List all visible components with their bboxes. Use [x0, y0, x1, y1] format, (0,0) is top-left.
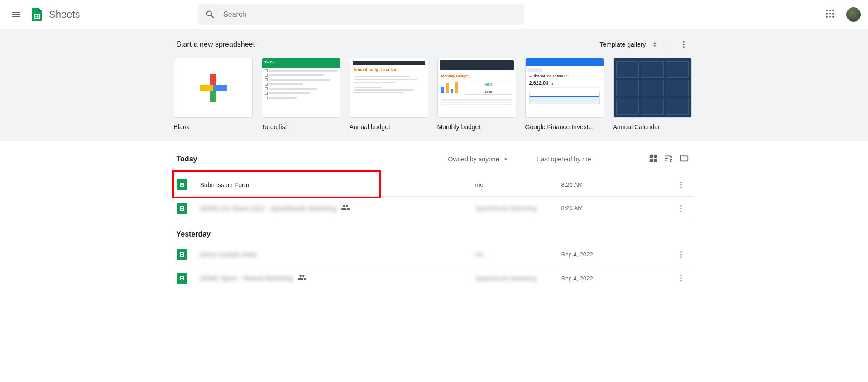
svg-point-1	[829, 10, 831, 11]
owned-filter[interactable]: Owned by anyone	[448, 155, 510, 163]
sheets-file-icon	[177, 249, 187, 260]
app-header: Sheets	[0, 0, 868, 29]
svg-point-19	[680, 205, 681, 206]
template-label: Annual budget	[350, 123, 428, 131]
svg-point-24	[680, 254, 681, 255]
template-label: Google Finance Invest...	[525, 123, 604, 131]
open-picker-button[interactable]	[676, 150, 692, 168]
sheets-icon	[29, 6, 45, 23]
sort-az-icon: AZ	[664, 153, 674, 163]
svg-point-11	[683, 46, 684, 48]
folder-icon	[679, 153, 689, 163]
google-apps-button[interactable]	[821, 5, 839, 24]
app-name: Sheets	[49, 9, 80, 20]
svg-point-21	[680, 210, 681, 212]
sheets-file-icon	[177, 179, 187, 190]
svg-point-0	[826, 10, 828, 11]
template-label: Monthly budget	[437, 123, 516, 131]
calendar-thumb	[614, 58, 691, 117]
template-gallery-label: Template gallery	[600, 41, 646, 48]
svg-point-27	[680, 275, 681, 276]
divider	[669, 38, 669, 51]
svg-point-6	[826, 16, 828, 18]
svg-point-10	[683, 44, 684, 45]
file-row[interactable]: Submission Form me 8:20 AM	[174, 173, 695, 197]
search-icon	[205, 9, 216, 20]
menu-icon	[11, 9, 22, 20]
template-annual-budget[interactable]: Annual budget tracker Annual budget	[350, 58, 428, 131]
apps-grid-icon	[825, 8, 835, 19]
templates-title: Start a new spreadsheet	[177, 40, 255, 48]
unfold-icon	[651, 40, 659, 48]
file-owner: me	[475, 181, 561, 188]
file-name: Submission Form	[200, 181, 249, 189]
svg-point-8	[832, 16, 834, 18]
template-finance[interactable]: Alphabet Inc Class C 2,622.03▲ Google Fi…	[525, 58, 604, 131]
thumb-value: 2,622.03	[529, 80, 549, 86]
svg-point-7	[829, 16, 831, 18]
thumb-header: To Do	[262, 58, 340, 68]
svg-point-4	[829, 13, 831, 15]
svg-point-15	[680, 181, 681, 183]
template-label: Annual Calendar	[613, 123, 692, 131]
files-section: Today Owned by anyone Last opened by me …	[174, 141, 695, 290]
file-row[interactable]: DEMO Sprint - Shared Marketing SpeedStud…	[174, 266, 695, 290]
template-row: Blank To Do To-do list	[174, 58, 695, 131]
templates-section: Start a new spreadsheet Template gallery…	[0, 29, 868, 141]
owned-filter-label: Owned by anyone	[448, 155, 499, 163]
file-owner: SpeedStudio Marketing	[475, 205, 561, 212]
more-vert-icon	[676, 204, 686, 213]
svg-point-9	[683, 41, 684, 43]
file-more-button[interactable]	[670, 274, 692, 283]
file-row[interactable]: Demo module sheet me Sep 4, 2022	[174, 243, 695, 266]
thumb-title: Alphabet Inc Class C	[526, 74, 604, 78]
template-gallery-button[interactable]: Template gallery	[596, 38, 662, 51]
shared-icon	[297, 273, 307, 284]
template-monthly-budget[interactable]: Monthly Budget +90% $500 Monthly	[437, 58, 516, 131]
svg-point-5	[832, 13, 834, 15]
search-input[interactable]	[222, 10, 516, 19]
thumb-title: Monthly Budget	[438, 72, 516, 80]
template-label: Blank	[174, 123, 253, 131]
sort-az-button[interactable]: AZ	[661, 150, 676, 168]
file-row[interactable]: DEMO Dot Sheet 2022 - SpeedStudio Market…	[174, 197, 695, 220]
more-vert-icon	[676, 180, 686, 189]
svg-text:A: A	[669, 155, 672, 159]
file-more-button[interactable]	[670, 180, 692, 189]
svg-point-28	[680, 277, 681, 279]
sheets-file-icon	[177, 203, 187, 214]
file-date: Sep 4, 2022	[561, 251, 670, 258]
svg-point-2	[832, 10, 834, 11]
svg-point-20	[680, 208, 681, 209]
group-label-yesterday: Yesterday	[174, 220, 695, 243]
app-logo[interactable]: Sheets	[29, 6, 80, 23]
svg-point-3	[826, 13, 828, 15]
file-name: DEMO Dot Sheet 2022 - SpeedStudio Market…	[200, 205, 336, 212]
file-date: 8:20 AM	[561, 205, 670, 212]
template-blank[interactable]: Blank	[174, 58, 253, 131]
templates-more-button[interactable]	[676, 36, 692, 53]
svg-point-25	[680, 256, 681, 258]
template-calendar[interactable]: Annual Calendar	[613, 58, 692, 131]
file-more-button[interactable]	[670, 204, 692, 213]
search-bar[interactable]	[198, 4, 524, 25]
grid-view-button[interactable]	[646, 150, 661, 168]
template-label: To-do list	[262, 123, 340, 131]
grid-icon	[648, 153, 658, 163]
thumb-title: Annual budget tracker	[350, 65, 428, 75]
file-name: DEMO Sprint - Shared Marketing	[200, 275, 293, 282]
group-label-today: Today	[177, 155, 197, 163]
file-owner: me	[475, 251, 561, 258]
svg-point-29	[680, 280, 681, 281]
more-vert-icon	[676, 250, 686, 259]
more-vert-icon	[676, 274, 686, 283]
file-owner: SpeedStudio Marketing	[475, 275, 561, 282]
dropdown-icon	[502, 155, 510, 163]
template-todo[interactable]: To Do To-do list	[262, 58, 340, 131]
main-menu-button[interactable]	[5, 4, 27, 25]
account-avatar[interactable]	[846, 7, 861, 22]
file-more-button[interactable]	[670, 250, 692, 259]
file-name: Demo module sheet	[200, 251, 257, 258]
svg-text:Z: Z	[669, 159, 671, 163]
file-date: Sep 4, 2022	[561, 275, 670, 282]
